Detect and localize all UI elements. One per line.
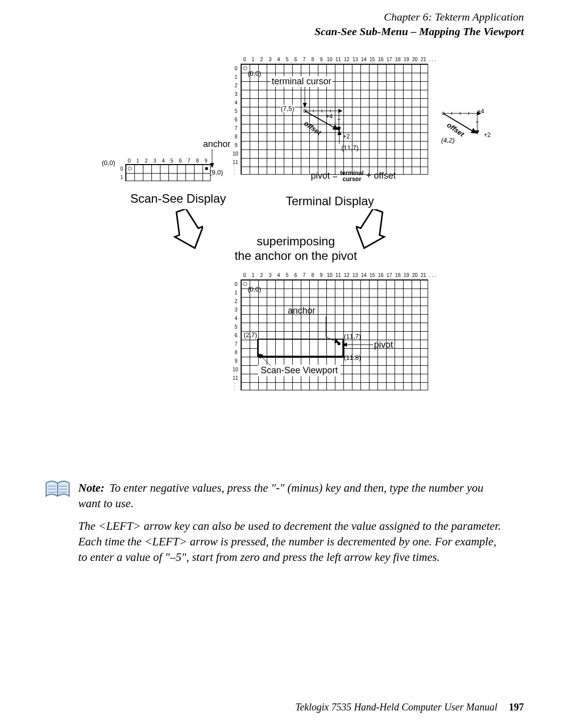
pivot-coord-top: (11,7)	[341, 144, 358, 152]
note-p1: To enter negative values, press the "-" …	[78, 482, 483, 510]
t: 9	[320, 57, 323, 62]
cursor-arrow-icon	[302, 87, 307, 108]
t: 3	[153, 158, 156, 164]
terminal-cursor-label: terminal cursor	[271, 76, 332, 87]
t: 7	[303, 272, 306, 278]
t: 10	[327, 272, 332, 278]
scansee-anchor-dot	[205, 167, 208, 170]
t: 3	[269, 272, 272, 278]
t: 1	[120, 175, 123, 180]
t: 0	[235, 281, 238, 287]
pivot-label-bottom: pivot	[374, 340, 393, 350]
scansee-title: Scan-See Display	[130, 192, 226, 206]
note-p2: The <LEFT> arrow key can also be used to…	[78, 518, 504, 565]
superimpose-line1: superimposing	[257, 234, 335, 248]
term2-origin-coord: (0,0)	[248, 285, 261, 293]
t: 4	[277, 57, 280, 62]
scansee-grid	[125, 164, 211, 181]
t: 16	[378, 57, 384, 62]
t: 2	[260, 57, 263, 62]
t: 8	[311, 272, 314, 278]
pivot-eq-left: pivot =	[311, 171, 338, 181]
pivot-arrow-bottom-icon	[342, 342, 373, 347]
t: 1	[136, 158, 139, 164]
page-footer: Teklogix 7535 Hand-Held Computer User Ma…	[295, 701, 524, 713]
t: 11	[335, 272, 341, 278]
pivot-eq-right: + offset	[366, 171, 396, 181]
t: 4	[235, 316, 238, 321]
t: 14	[361, 272, 366, 278]
terminal-title: Terminal Display	[286, 194, 374, 208]
pivot-dot-top	[337, 126, 340, 129]
anchor-label-top: anchor	[203, 139, 231, 150]
t: 6	[294, 272, 297, 278]
t: 5	[235, 324, 238, 330]
t: 14	[361, 57, 366, 62]
t: 9	[235, 358, 238, 364]
viewport-label: Scan-See Viewport	[258, 365, 340, 376]
superimpose-text: superimposing the anchor on the pivot	[226, 234, 366, 263]
t: 7	[235, 125, 238, 131]
superimpose-line2: the anchor on the pivot	[235, 249, 357, 262]
svg-marker-3	[303, 103, 307, 108]
t: 8	[235, 350, 238, 355]
t: 4	[162, 158, 165, 164]
t: 9	[205, 158, 208, 164]
svg-marker-1	[210, 163, 214, 168]
plus2-right: +2	[484, 131, 491, 138]
t: 10	[233, 367, 238, 372]
svg-marker-17	[337, 130, 341, 135]
t: 13	[352, 272, 358, 278]
t: 21	[421, 272, 426, 278]
page-header: Chapter 6: Tekterm Application Scan-See …	[40, 10, 524, 39]
t: 10	[327, 57, 332, 62]
t: 17	[387, 272, 392, 278]
t: 12	[344, 57, 349, 62]
t: 2	[235, 299, 238, 304]
t: 19	[404, 272, 409, 278]
t: 0	[128, 158, 131, 164]
t: 2	[260, 272, 263, 278]
t: 0	[243, 272, 246, 278]
t: 3	[235, 307, 238, 313]
t: 3	[235, 91, 238, 97]
t: . . .	[429, 57, 436, 62]
t: 9	[235, 142, 238, 148]
t: 1	[252, 57, 255, 62]
term2-origin-dot	[243, 282, 247, 286]
t: . . .	[429, 272, 436, 278]
svg-marker-33	[334, 339, 339, 343]
t: 4	[235, 100, 238, 105]
t: 0	[120, 166, 123, 172]
book-icon	[45, 480, 70, 499]
pivot-up-arrow-icon	[337, 130, 342, 144]
t: 9	[320, 272, 323, 278]
t: 0	[243, 57, 246, 62]
footer-book: Teklogix 7535 Hand-Held Computer User Ma…	[295, 701, 497, 712]
t: 18	[395, 272, 401, 278]
t: 1	[235, 74, 238, 80]
t: 10	[233, 151, 238, 157]
t: 4	[277, 272, 280, 278]
pivot-equation: pivot = terminal cursor + offset	[311, 170, 441, 182]
viewport-leader-icon	[258, 354, 273, 366]
t: 2	[235, 83, 238, 88]
t: 16	[378, 272, 384, 278]
plus4-top: +4	[326, 113, 333, 120]
offset-coord: (4,2)	[441, 136, 455, 144]
t: 12	[344, 272, 349, 278]
t: 20	[412, 272, 418, 278]
t: 8	[311, 57, 314, 62]
t: 13	[352, 57, 358, 62]
t: 15	[369, 272, 375, 278]
scansee-anchor-coord: (9,0)	[210, 169, 223, 176]
anchor-arrow-bottom-icon	[323, 317, 343, 343]
t: 11	[233, 375, 238, 381]
anchor-arrow-icon	[210, 149, 215, 168]
note-block: Note:To enter negative values, press the…	[40, 480, 524, 572]
svg-marker-35	[342, 343, 347, 347]
cursor-coord: (7,5)	[281, 105, 294, 112]
svg-line-32	[326, 337, 336, 342]
t: 7	[303, 57, 306, 62]
scansee-origin-coord: (0,0)	[102, 159, 115, 167]
